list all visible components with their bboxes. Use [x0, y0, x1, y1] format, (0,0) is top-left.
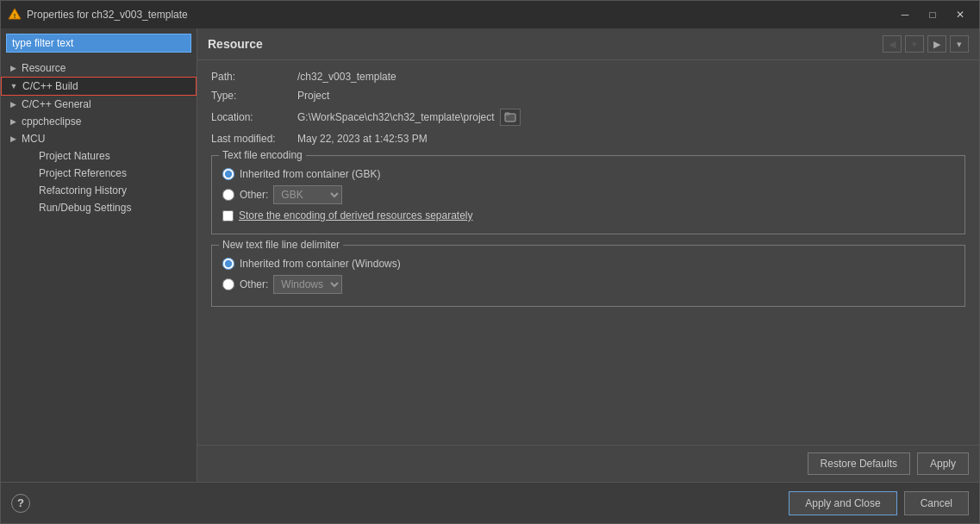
encoding-inherited-radio[interactable]: [222, 168, 234, 180]
expand-arrow-cppcheclipse: [8, 116, 18, 127]
sidebar-item-cpp-general[interactable]: C/C++ General: [1, 96, 197, 113]
filter-input[interactable]: [6, 34, 191, 53]
delimiter-select[interactable]: Windows: [273, 275, 342, 294]
store-encoding-row: Store the encoding of derived resources …: [222, 209, 954, 221]
nav-back-button[interactable]: ◀: [883, 35, 902, 53]
sidebar-item-resource[interactable]: Resource: [1, 59, 197, 77]
store-encoding-checkbox[interactable]: [222, 210, 234, 221]
title-bar-left: ! Properties for ch32_v003_template: [8, 8, 188, 22]
main-window: ! Properties for ch32_v003_template ─ □ …: [0, 0, 980, 524]
last-modified-value: May 22, 2023 at 1:42:53 PM: [297, 133, 428, 145]
expand-arrow-resource: [8, 63, 18, 73]
cancel-button[interactable]: Cancel: [904, 491, 969, 515]
svg-rect-3: [505, 113, 509, 115]
line-delimiter-legend: New text file line delimiter: [219, 239, 343, 251]
location-label: Location:: [211, 111, 297, 123]
encoding-other-row: Other: GBK: [222, 185, 954, 204]
expand-arrow-mcu: [8, 134, 18, 144]
last-modified-row: Last modified: May 22, 2023 at 1:42:53 P…: [211, 133, 965, 145]
delimiter-inherited-label: Inherited from container (Windows): [240, 258, 401, 270]
sidebar-item-mcu[interactable]: MCU: [1, 130, 197, 147]
bottom-bar-right: Apply and Close Cancel: [789, 491, 969, 515]
sidebar-item-project-natures[interactable]: Project Natures: [1, 147, 197, 165]
text-encoding-section: Text file encoding Inherited from contai…: [211, 155, 965, 234]
svg-text:!: !: [14, 12, 16, 20]
text-encoding-legend: Text file encoding: [219, 149, 306, 161]
bottom-bar: ? Apply and Close Cancel: [1, 482, 979, 523]
title-bar: ! Properties for ch32_v003_template ─ □ …: [1, 1, 979, 28]
maximize-button[interactable]: □: [921, 6, 945, 23]
window-title: Properties for ch32_v003_template: [27, 9, 188, 21]
store-encoding-label: Store the encoding of derived resources …: [239, 209, 473, 221]
app-icon: !: [8, 8, 22, 22]
encoding-other-label: Other:: [240, 189, 268, 201]
restore-defaults-button[interactable]: Restore Defaults: [808, 452, 910, 475]
expand-arrow-cpp-build: [9, 81, 19, 91]
apply-close-button[interactable]: Apply and Close: [789, 491, 896, 515]
delimiter-other-label: Other:: [240, 278, 268, 290]
bottom-bar-left: ?: [11, 494, 30, 513]
panel-header: Resource ◀ ▾ ▶ ▾: [197, 28, 979, 60]
delimiter-other-row: Other: Windows: [222, 275, 954, 294]
panel-title: Resource: [208, 37, 263, 51]
right-panel: Resource ◀ ▾ ▶ ▾ Path: /ch32_v003_templa…: [197, 28, 979, 482]
location-browse-button[interactable]: [500, 109, 521, 126]
panel-body: Path: /ch32_v003_template Type: Project …: [197, 60, 979, 445]
encoding-inherited-label: Inherited from container (GBK): [240, 168, 380, 180]
window-controls: ─ □ ✕: [893, 6, 972, 23]
last-modified-label: Last modified:: [211, 133, 297, 145]
expand-arrow-cpp-general: [8, 99, 18, 109]
encoding-select[interactable]: GBK: [273, 185, 342, 204]
panel-nav: ◀ ▾ ▶ ▾: [883, 35, 969, 53]
panel-footer: Restore Defaults Apply: [197, 445, 979, 482]
sidebar-item-cppcheclipse[interactable]: cppcheclipse: [1, 113, 197, 130]
close-button[interactable]: ✕: [948, 6, 972, 23]
main-content: Resource C/C++ Build C/C++ General cppch…: [1, 28, 979, 482]
nav-forward-button[interactable]: ▶: [927, 35, 946, 53]
path-label: Path:: [211, 71, 297, 83]
path-row: Path: /ch32_v003_template: [211, 71, 965, 83]
delimiter-other-radio[interactable]: [222, 278, 234, 290]
sidebar-item-run-debug-settings[interactable]: Run/Debug Settings: [1, 199, 197, 216]
sidebar-item-project-references[interactable]: Project References: [1, 165, 197, 182]
apply-button[interactable]: Apply: [917, 452, 969, 475]
type-value: Project: [297, 90, 329, 102]
type-label: Type:: [211, 90, 297, 102]
sidebar-tree: Resource C/C++ Build C/C++ General cppch…: [1, 58, 197, 482]
encoding-inherited-row: Inherited from container (GBK): [222, 168, 954, 180]
path-value: /ch32_v003_template: [297, 71, 396, 83]
nav-forward-down-button[interactable]: ▾: [950, 35, 969, 53]
type-row: Type: Project: [211, 90, 965, 102]
line-delimiter-section: New text file line delimiter Inherited f…: [211, 245, 965, 307]
nav-back-down-button[interactable]: ▾: [905, 35, 924, 53]
location-value: G:\WorkSpace\ch32\ch32_template\project: [297, 111, 495, 123]
sidebar: Resource C/C++ Build C/C++ General cppch…: [1, 28, 197, 482]
minimize-button[interactable]: ─: [893, 6, 917, 23]
sidebar-item-refactoring-history[interactable]: Refactoring History: [1, 182, 197, 199]
delimiter-inherited-radio[interactable]: [222, 258, 234, 270]
sidebar-item-cpp-build[interactable]: C/C++ Build: [1, 77, 197, 96]
delimiter-inherited-row: Inherited from container (Windows): [222, 258, 954, 270]
help-button[interactable]: ?: [11, 494, 30, 513]
location-row: Location: G:\WorkSpace\ch32\ch32_templat…: [211, 109, 965, 126]
encoding-other-radio[interactable]: [222, 189, 234, 201]
